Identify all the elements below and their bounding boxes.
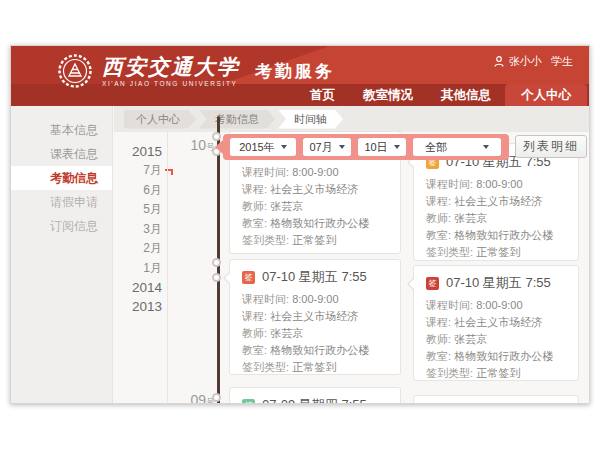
year-2015[interactable]: 2015 <box>114 142 162 161</box>
card-notch <box>407 277 414 291</box>
attendance-card[interactable]: 签 07-10 星期五 7:55 课程时间: 8:00-9:00 课程: 社会主… <box>413 143 579 261</box>
month-select[interactable]: 07月 <box>303 138 351 156</box>
breadcrumb-timeline[interactable]: 时间轴 <box>278 110 343 129</box>
chevron-down-icon <box>339 145 345 149</box>
attendance-card[interactable]: 签 07-10 星期五 7:55 课程时间: 8:00-9:00 课程: 社会主… <box>413 265 579 381</box>
filter-bar: 2015年 07月 10日 全部 <box>223 134 509 160</box>
nav-home[interactable]: 首页 <box>296 84 349 106</box>
checkin-stamp-icon: 签 <box>426 277 439 290</box>
checkin-stamp-icon: 签 <box>242 399 255 405</box>
app-title: 考勤服务 <box>255 60 335 83</box>
sidebar: 基本信息 课表信息 考勤信息 请假申请 订阅信息 <box>11 106 113 404</box>
logo-group: 西安交通大学 XI'AN JIAO TONG UNIVERSITY 考勤服务 <box>57 53 335 89</box>
user-icon <box>494 56 504 67</box>
app-header: 西安交通大学 XI'AN JIAO TONG UNIVERSITY 考勤服务 张… <box>11 46 589 106</box>
nav-classrooms[interactable]: 教室情况 <box>349 84 427 106</box>
timeline-dot <box>212 273 221 282</box>
year-select[interactable]: 2015年 <box>230 138 296 156</box>
breadcrumb-attendance-info[interactable]: 考勤信息 <box>199 110 275 129</box>
month-jun[interactable]: 6月 <box>114 181 162 201</box>
card-date: 07-10 星期五 7:55 <box>262 268 367 286</box>
day-select[interactable]: 10日 <box>358 138 406 156</box>
university-seal-icon <box>57 53 93 89</box>
sidebar-item-schedule-info[interactable]: 课表信息 <box>11 142 112 166</box>
app-window: 西安交通大学 XI'AN JIAO TONG UNIVERSITY 考勤服务 张… <box>10 45 590 404</box>
breadcrumb: 个人中心 考勤信息 时间轴 <box>114 106 589 132</box>
timeline-dot <box>212 393 221 402</box>
type-select[interactable]: 全部 <box>413 138 501 156</box>
university-name-cn: 西安交通大学 <box>102 56 240 78</box>
sidebar-item-subscription-info[interactable]: 订阅信息 <box>11 214 112 238</box>
user-info[interactable]: 张小小 学生 <box>494 54 573 69</box>
filter-bar-arrow <box>215 140 223 154</box>
month-jul[interactable]: 7月 <box>114 161 162 181</box>
month-feb[interactable]: 2月 <box>114 239 162 259</box>
month-may[interactable]: 5月 <box>114 200 162 220</box>
year-2013[interactable]: 2013 <box>114 297 162 316</box>
sidebar-item-basic-info[interactable]: 基本信息 <box>11 118 112 142</box>
nav-other-info[interactable]: 其他信息 <box>427 84 505 106</box>
attendance-card[interactable]: 签 07-09 星期四 7:55 <box>229 387 401 404</box>
day-marker-09[interactable]: 09号 <box>179 391 215 404</box>
nav-personal-center[interactable]: 个人中心 <box>505 84 587 106</box>
chevron-down-icon <box>281 145 287 149</box>
attendance-card[interactable]: 签 07-10 星期五 7:55 课程时间: 8:00-9:00 课程: 社会主… <box>229 259 401 375</box>
card-date: 07-10 星期五 7:55 <box>446 274 551 292</box>
user-name: 张小小 <box>509 54 542 69</box>
list-detail-button[interactable]: 列表明细 <box>515 135 587 158</box>
attendance-card-partial[interactable] <box>413 395 579 404</box>
top-nav: 首页 教室情况 其他信息 个人中心 <box>296 84 587 106</box>
chevron-down-icon <box>394 145 400 149</box>
timeline-dot <box>212 258 221 267</box>
sidebar-item-leave-request[interactable]: 请假申请 <box>11 190 112 214</box>
card-date: 07-09 星期四 7:55 <box>262 396 367 404</box>
sidebar-item-attendance-info[interactable]: 考勤信息 <box>11 166 112 190</box>
breadcrumb-personal-center[interactable]: 个人中心 <box>124 110 196 129</box>
month-mar[interactable]: 3月 <box>114 220 162 240</box>
month-jan[interactable]: 1月 <box>114 259 162 279</box>
card-notch <box>223 271 230 285</box>
day-marker-10[interactable]: 10号 <box>179 136 215 154</box>
column-separator <box>167 132 168 404</box>
year-2014[interactable]: 2014 <box>114 278 162 297</box>
timeline-year-nav: 2015 7月 6月 5月 3月 2月 1月 2014 2013 <box>114 142 162 316</box>
user-role: 学生 <box>551 54 573 69</box>
checkin-stamp-icon: 签 <box>242 271 255 284</box>
university-name-en: XI'AN JIAO TONG UNIVERSITY <box>102 80 240 87</box>
chevron-down-icon <box>483 145 489 149</box>
